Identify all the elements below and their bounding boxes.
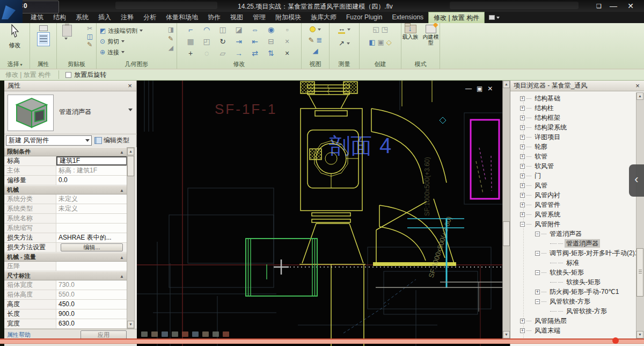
property-value[interactable] [56, 224, 127, 233]
property-value[interactable]: ASHRAE 表中的... [56, 233, 127, 242]
expand-icon[interactable]: + [520, 164, 525, 169]
copy-icon[interactable]: ◫ [87, 33, 93, 40]
restore-window-icon[interactable]: ❏ [593, 1, 605, 11]
tree-item-label[interactable]: 风管管件 [533, 200, 562, 209]
property-value[interactable]: 900.0 [56, 309, 127, 319]
project-browser-close-icon[interactable]: × [633, 81, 642, 91]
browser-scroll-thumb[interactable] [636, 248, 643, 297]
rotate-after-placement-checkbox[interactable] [65, 72, 71, 78]
tree-item-调节阀-矩形-对开多叶-手动(2)1[interactable]: −调节阀-矩形-对开多叶-手动(2)1 [510, 248, 636, 258]
minimize-window-icon[interactable]: — [608, 1, 619, 11]
tab-附加模块[interactable]: 附加模块 [270, 12, 306, 23]
property-value[interactable]: 未定义 [56, 204, 127, 213]
align-icon[interactable]: ⌐ [182, 24, 199, 36]
browser-scroll-down-icon[interactable]: ▼ [636, 331, 643, 338]
browser-scrollbar[interactable]: ▲ ▼ [636, 92, 644, 338]
tree-item-label[interactable]: 风管附件 [533, 220, 562, 228]
tree-item-label[interactable]: 软接头-矩形 [548, 268, 586, 277]
tree-item-风管附件[interactable]: −风管附件 [510, 219, 636, 229]
create-similar-icon[interactable]: ▣ [378, 38, 384, 46]
expand-icon[interactable]: + [520, 212, 525, 217]
tree-item-风管管件[interactable]: +风管管件 [510, 200, 636, 210]
tree-item-label[interactable]: 软风管 [533, 162, 555, 170]
split-element-icon[interactable]: ⇔ [247, 24, 263, 36]
tree-item-label[interactable]: 软接头-矩形 [565, 278, 602, 286]
property-value[interactable]: 0.0 [56, 176, 127, 185]
move-icon[interactable]: + [182, 48, 199, 60]
collapse-icon[interactable]: − [535, 232, 540, 236]
expand-icon[interactable]: + [520, 145, 525, 149]
create-assembly-icon[interactable]: ◳ [382, 25, 388, 33]
cut-icon[interactable]: ✂ [87, 25, 93, 32]
scroll-down-icon[interactable]: ▼ [127, 321, 134, 328]
property-section-header[interactable]: 限制条件▲ [4, 147, 127, 156]
erase-icon[interactable]: × [279, 48, 295, 60]
tab-插入[interactable]: 插入 [93, 12, 116, 23]
cut-geometry-button[interactable]: ⊙ 剪切 [100, 36, 177, 47]
tree-item-轮廓[interactable]: +轮廓 [510, 142, 636, 152]
tab-注释[interactable]: 注释 [116, 12, 138, 23]
offset-icon[interactable]: ◠ [199, 24, 215, 36]
tree-item-结构基础[interactable]: +结构基础 [510, 93, 636, 103]
tree-item-label[interactable]: 管道消声器 [565, 239, 600, 248]
type-properties-icon[interactable] [39, 25, 48, 31]
create-parts-icon[interactable]: ◧ [369, 38, 375, 46]
offset-copy-icon[interactable]: → [231, 48, 247, 60]
shadows-icon[interactable] [182, 331, 188, 337]
expand-icon[interactable]: + [520, 328, 525, 333]
edit-settings-button[interactable]: 编辑... [61, 243, 123, 251]
dimension-dropdown-icon[interactable] [347, 42, 350, 45]
property-section-header[interactable]: 尺寸标注▲ [4, 271, 127, 280]
group-icon[interactable]: ◰ [199, 36, 215, 48]
trim-extend-single-icon[interactable]: ⇤ [247, 36, 263, 48]
insert-view-icon[interactable]: ◇ [386, 38, 392, 46]
instance-selector-combo[interactable]: 新建 风管附件 [6, 135, 92, 146]
scroll-up-icon[interactable]: ▲ [127, 148, 134, 155]
create-group-icon[interactable]: ◱ [372, 25, 379, 33]
tab-体量和场地[interactable]: 体量和场地 [161, 12, 203, 23]
tree-item-label[interactable]: 防火阀-矩形-手动-70℃1 [548, 287, 621, 296]
property-value[interactable]: 标高 : 建筑1F [56, 166, 127, 175]
measure-dropdown-icon[interactable] [347, 28, 350, 31]
paste-icon[interactable] [62, 25, 72, 37]
expand-icon[interactable]: + [520, 174, 525, 178]
mirror-pick-icon[interactable]: ◫ [215, 24, 231, 36]
tree-item-label[interactable]: 结构框架 [533, 113, 562, 122]
expand-icon[interactable]: + [535, 290, 540, 294]
view-control-bar[interactable] [141, 330, 229, 338]
paint-icon[interactable]: ✎ [168, 35, 174, 42]
expand-icon[interactable]: + [520, 183, 525, 188]
canvas-vertical-scrollbar[interactable]: ▲ ▼ [502, 81, 510, 338]
canvas-scroll-thumb[interactable] [503, 221, 510, 246]
tab-管理[interactable]: 管理 [248, 12, 270, 23]
tree-item-label[interactable]: 结构柱 [533, 104, 555, 112]
tree-item-label[interactable]: 门 [533, 171, 543, 180]
view-minimize-icon[interactable]: — [465, 85, 472, 92]
tree-item-label[interactable]: 软管 [533, 152, 549, 161]
match-type-brush-icon[interactable]: ✎ [87, 41, 93, 48]
properties-palette-icon[interactable] [37, 32, 50, 46]
player-side-panel-toggle[interactable]: ‹ [629, 164, 644, 197]
expand-icon[interactable]: + [520, 135, 525, 140]
tree-item-风管系统[interactable]: +风管系统 [510, 210, 636, 219]
tree-item-风管软接-方形[interactable]: 风管软接-方形 [510, 306, 636, 316]
collapse-section-icon[interactable]: ▲ [120, 254, 124, 262]
trim-extend-corner-icon[interactable]: ⇥ [231, 36, 247, 48]
tree-item-label[interactable]: 风管系统 [533, 210, 562, 219]
tree-item-label[interactable]: 风道末端 [533, 326, 562, 335]
reveal-hidden-icon[interactable] [223, 331, 229, 337]
bulb-dropdown-icon[interactable] [318, 28, 321, 31]
edit-type-button[interactable]: 编辑类型 [94, 135, 129, 146]
tree-item-管道消声器[interactable]: 管道消声器 [510, 239, 636, 248]
tree-item-label[interactable]: 风管软接-方形 [548, 297, 592, 306]
view-close-icon[interactable]: ✕ [487, 85, 493, 92]
property-value[interactable] [56, 214, 127, 223]
tree-item-风管隔热层[interactable]: +风管隔热层 [510, 316, 636, 326]
canvas-scroll-up-icon[interactable]: ▲ [503, 81, 510, 88]
tree-item-风管内衬[interactable]: +风管内衬 [510, 190, 636, 200]
expand-icon[interactable]: + [520, 203, 525, 207]
tab-分析[interactable]: 分析 [138, 12, 161, 23]
properties-scrollbar[interactable]: ▲ ▼ [127, 147, 135, 329]
array-icon[interactable]: ▦ [182, 36, 199, 48]
detail-level-icon[interactable] [151, 331, 158, 337]
